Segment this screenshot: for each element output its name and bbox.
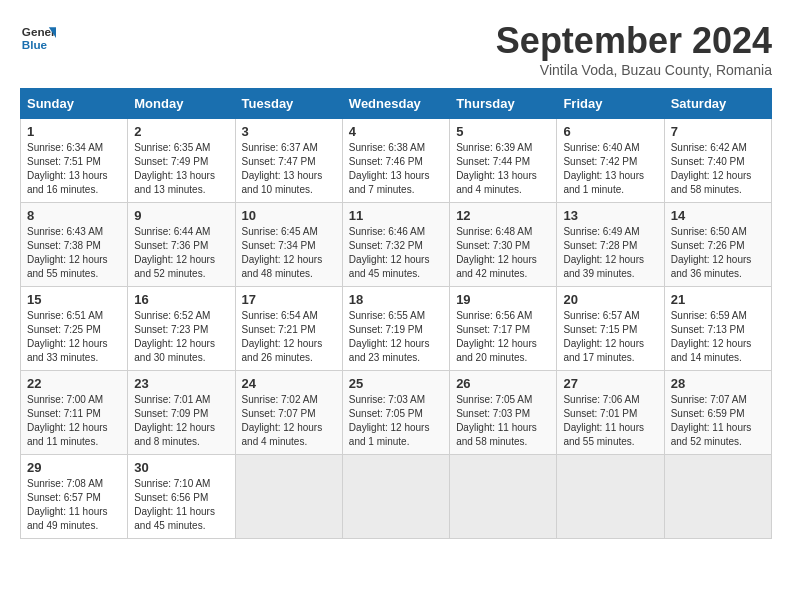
day-info: Sunrise: 6:49 AM Sunset: 7:28 PM Dayligh… — [563, 225, 657, 281]
calendar-day-cell: 12Sunrise: 6:48 AM Sunset: 7:30 PM Dayli… — [450, 203, 557, 287]
calendar-day-cell: 29Sunrise: 7:08 AM Sunset: 6:57 PM Dayli… — [21, 455, 128, 539]
calendar-day-cell: 2Sunrise: 6:35 AM Sunset: 7:49 PM Daylig… — [128, 119, 235, 203]
svg-text:Blue: Blue — [22, 38, 48, 51]
day-info: Sunrise: 7:06 AM Sunset: 7:01 PM Dayligh… — [563, 393, 657, 449]
calendar-week-row: 1Sunrise: 6:34 AM Sunset: 7:51 PM Daylig… — [21, 119, 772, 203]
calendar-day-cell: 23Sunrise: 7:01 AM Sunset: 7:09 PM Dayli… — [128, 371, 235, 455]
page-header: General Blue September 2024 Vintila Voda… — [20, 20, 772, 78]
calendar-day-cell: 4Sunrise: 6:38 AM Sunset: 7:46 PM Daylig… — [342, 119, 449, 203]
day-number: 18 — [349, 292, 443, 307]
day-info: Sunrise: 6:55 AM Sunset: 7:19 PM Dayligh… — [349, 309, 443, 365]
day-info: Sunrise: 6:59 AM Sunset: 7:13 PM Dayligh… — [671, 309, 765, 365]
day-number: 23 — [134, 376, 228, 391]
day-number: 28 — [671, 376, 765, 391]
day-info: Sunrise: 7:00 AM Sunset: 7:11 PM Dayligh… — [27, 393, 121, 449]
day-info: Sunrise: 7:07 AM Sunset: 6:59 PM Dayligh… — [671, 393, 765, 449]
calendar-week-row: 8Sunrise: 6:43 AM Sunset: 7:38 PM Daylig… — [21, 203, 772, 287]
day-info: Sunrise: 7:10 AM Sunset: 6:56 PM Dayligh… — [134, 477, 228, 533]
day-info: Sunrise: 6:34 AM Sunset: 7:51 PM Dayligh… — [27, 141, 121, 197]
calendar-day-cell: 18Sunrise: 6:55 AM Sunset: 7:19 PM Dayli… — [342, 287, 449, 371]
day-number: 21 — [671, 292, 765, 307]
calendar-table: SundayMondayTuesdayWednesdayThursdayFrid… — [20, 88, 772, 539]
day-info: Sunrise: 6:43 AM Sunset: 7:38 PM Dayligh… — [27, 225, 121, 281]
day-info: Sunrise: 6:40 AM Sunset: 7:42 PM Dayligh… — [563, 141, 657, 197]
calendar-day-cell: 6Sunrise: 6:40 AM Sunset: 7:42 PM Daylig… — [557, 119, 664, 203]
calendar-day-cell: 21Sunrise: 6:59 AM Sunset: 7:13 PM Dayli… — [664, 287, 771, 371]
day-info: Sunrise: 6:54 AM Sunset: 7:21 PM Dayligh… — [242, 309, 336, 365]
day-info: Sunrise: 6:52 AM Sunset: 7:23 PM Dayligh… — [134, 309, 228, 365]
calendar-day-cell — [342, 455, 449, 539]
day-number: 7 — [671, 124, 765, 139]
day-number: 6 — [563, 124, 657, 139]
day-number: 16 — [134, 292, 228, 307]
day-info: Sunrise: 7:01 AM Sunset: 7:09 PM Dayligh… — [134, 393, 228, 449]
svg-text:General: General — [22, 25, 56, 38]
day-number: 27 — [563, 376, 657, 391]
day-info: Sunrise: 7:03 AM Sunset: 7:05 PM Dayligh… — [349, 393, 443, 449]
calendar-day-cell: 24Sunrise: 7:02 AM Sunset: 7:07 PM Dayli… — [235, 371, 342, 455]
calendar-day-cell: 22Sunrise: 7:00 AM Sunset: 7:11 PM Dayli… — [21, 371, 128, 455]
weekday-header-tuesday: Tuesday — [235, 89, 342, 119]
weekday-header-wednesday: Wednesday — [342, 89, 449, 119]
weekday-header-monday: Monday — [128, 89, 235, 119]
calendar-day-cell: 10Sunrise: 6:45 AM Sunset: 7:34 PM Dayli… — [235, 203, 342, 287]
weekday-header-saturday: Saturday — [664, 89, 771, 119]
weekday-header-thursday: Thursday — [450, 89, 557, 119]
day-number: 11 — [349, 208, 443, 223]
day-number: 2 — [134, 124, 228, 139]
calendar-day-cell: 20Sunrise: 6:57 AM Sunset: 7:15 PM Dayli… — [557, 287, 664, 371]
day-info: Sunrise: 7:02 AM Sunset: 7:07 PM Dayligh… — [242, 393, 336, 449]
day-number: 13 — [563, 208, 657, 223]
calendar-week-row: 15Sunrise: 6:51 AM Sunset: 7:25 PM Dayli… — [21, 287, 772, 371]
calendar-day-cell: 25Sunrise: 7:03 AM Sunset: 7:05 PM Dayli… — [342, 371, 449, 455]
day-number: 14 — [671, 208, 765, 223]
weekday-header-sunday: Sunday — [21, 89, 128, 119]
day-number: 12 — [456, 208, 550, 223]
calendar-week-row: 29Sunrise: 7:08 AM Sunset: 6:57 PM Dayli… — [21, 455, 772, 539]
day-info: Sunrise: 6:56 AM Sunset: 7:17 PM Dayligh… — [456, 309, 550, 365]
day-number: 25 — [349, 376, 443, 391]
calendar-day-cell: 15Sunrise: 6:51 AM Sunset: 7:25 PM Dayli… — [21, 287, 128, 371]
calendar-day-cell: 5Sunrise: 6:39 AM Sunset: 7:44 PM Daylig… — [450, 119, 557, 203]
day-info: Sunrise: 6:57 AM Sunset: 7:15 PM Dayligh… — [563, 309, 657, 365]
calendar-day-cell: 1Sunrise: 6:34 AM Sunset: 7:51 PM Daylig… — [21, 119, 128, 203]
calendar-day-cell: 28Sunrise: 7:07 AM Sunset: 6:59 PM Dayli… — [664, 371, 771, 455]
calendar-day-cell: 13Sunrise: 6:49 AM Sunset: 7:28 PM Dayli… — [557, 203, 664, 287]
day-number: 29 — [27, 460, 121, 475]
day-number: 24 — [242, 376, 336, 391]
day-info: Sunrise: 6:50 AM Sunset: 7:26 PM Dayligh… — [671, 225, 765, 281]
calendar-day-cell: 11Sunrise: 6:46 AM Sunset: 7:32 PM Dayli… — [342, 203, 449, 287]
day-info: Sunrise: 7:05 AM Sunset: 7:03 PM Dayligh… — [456, 393, 550, 449]
calendar-day-cell: 14Sunrise: 6:50 AM Sunset: 7:26 PM Dayli… — [664, 203, 771, 287]
day-number: 20 — [563, 292, 657, 307]
day-number: 19 — [456, 292, 550, 307]
calendar-header-row: SundayMondayTuesdayWednesdayThursdayFrid… — [21, 89, 772, 119]
calendar-day-cell — [664, 455, 771, 539]
day-number: 9 — [134, 208, 228, 223]
calendar-day-cell: 27Sunrise: 7:06 AM Sunset: 7:01 PM Dayli… — [557, 371, 664, 455]
day-number: 1 — [27, 124, 121, 139]
calendar-day-cell: 9Sunrise: 6:44 AM Sunset: 7:36 PM Daylig… — [128, 203, 235, 287]
day-number: 30 — [134, 460, 228, 475]
calendar-week-row: 22Sunrise: 7:00 AM Sunset: 7:11 PM Dayli… — [21, 371, 772, 455]
calendar-day-cell — [450, 455, 557, 539]
logo-icon: General Blue — [20, 20, 56, 56]
day-number: 8 — [27, 208, 121, 223]
day-info: Sunrise: 6:48 AM Sunset: 7:30 PM Dayligh… — [456, 225, 550, 281]
month-title: September 2024 — [496, 20, 772, 62]
weekday-header-friday: Friday — [557, 89, 664, 119]
day-number: 26 — [456, 376, 550, 391]
calendar-day-cell: 19Sunrise: 6:56 AM Sunset: 7:17 PM Dayli… — [450, 287, 557, 371]
calendar-day-cell: 7Sunrise: 6:42 AM Sunset: 7:40 PM Daylig… — [664, 119, 771, 203]
day-info: Sunrise: 6:35 AM Sunset: 7:49 PM Dayligh… — [134, 141, 228, 197]
day-number: 4 — [349, 124, 443, 139]
calendar-day-cell: 30Sunrise: 7:10 AM Sunset: 6:56 PM Dayli… — [128, 455, 235, 539]
calendar-day-cell — [235, 455, 342, 539]
calendar-day-cell: 17Sunrise: 6:54 AM Sunset: 7:21 PM Dayli… — [235, 287, 342, 371]
calendar-day-cell: 16Sunrise: 6:52 AM Sunset: 7:23 PM Dayli… — [128, 287, 235, 371]
day-info: Sunrise: 6:39 AM Sunset: 7:44 PM Dayligh… — [456, 141, 550, 197]
day-number: 22 — [27, 376, 121, 391]
day-info: Sunrise: 6:51 AM Sunset: 7:25 PM Dayligh… — [27, 309, 121, 365]
day-info: Sunrise: 6:37 AM Sunset: 7:47 PM Dayligh… — [242, 141, 336, 197]
calendar-day-cell: 26Sunrise: 7:05 AM Sunset: 7:03 PM Dayli… — [450, 371, 557, 455]
